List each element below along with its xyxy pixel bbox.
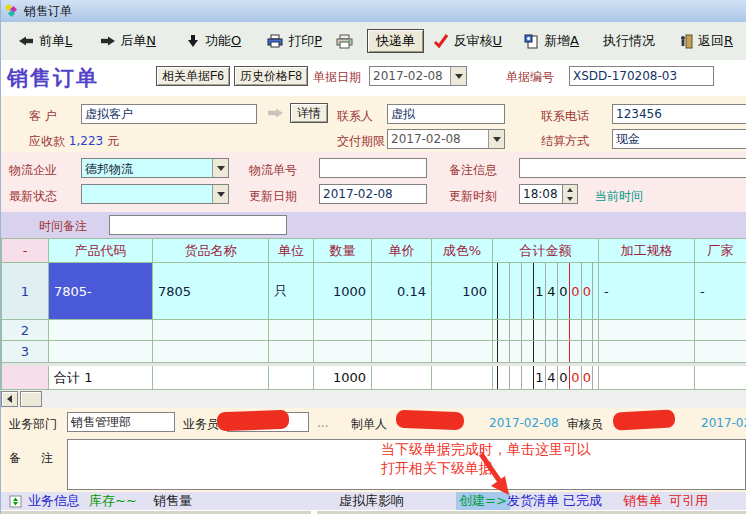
- cell-qty[interactable]: 1000: [314, 263, 372, 320]
- cell-empty[interactable]: [432, 341, 493, 363]
- cell-empty[interactable]: [269, 341, 314, 363]
- cell-empty[interactable]: [372, 341, 432, 363]
- refresh-icon[interactable]: [9, 495, 22, 508]
- prev-doc-button[interactable]: 前单L: [15, 29, 76, 53]
- cell-empty[interactable]: [49, 320, 153, 341]
- settle-input[interactable]: [612, 129, 746, 149]
- footer-total-label: 合计 1: [49, 366, 153, 390]
- salesman-more-button[interactable]: ...: [317, 416, 328, 430]
- cell-spec[interactable]: -: [599, 263, 695, 320]
- cell-empty[interactable]: [153, 341, 269, 363]
- window-title: 销售订单: [24, 3, 72, 20]
- redaction-scribble: [613, 409, 676, 430]
- header-amount[interactable]: 合计金额: [493, 238, 599, 263]
- history-price-button[interactable]: 历史价格F8: [234, 66, 308, 86]
- header-product-code[interactable]: 产品代码: [49, 238, 153, 263]
- header-goods-name[interactable]: 货品名称: [153, 238, 269, 263]
- customer-detail-button[interactable]: 详情: [290, 103, 328, 123]
- cutoff-panel-right: [317, 510, 746, 514]
- express-sheet-button[interactable]: 快递单: [367, 29, 424, 53]
- print-button[interactable]: 打印P: [263, 29, 326, 53]
- cell-factory[interactable]: -: [695, 263, 746, 320]
- cell-goods-name[interactable]: 7805: [153, 263, 269, 320]
- row-number[interactable]: 1: [1, 263, 49, 320]
- return-button[interactable]: 返回R: [675, 29, 737, 53]
- contact-input[interactable]: [387, 104, 505, 124]
- update-time-spinner[interactable]: 18:08: [519, 184, 578, 204]
- cell-empty[interactable]: [695, 320, 746, 341]
- cell-amount[interactable]: 1 4 0 0 0: [493, 263, 599, 320]
- cell-unit[interactable]: 只: [269, 263, 314, 320]
- cell-product-code-selected[interactable]: 7805-: [49, 263, 153, 320]
- logistics-company-combo[interactable]: 德邦物流: [81, 158, 229, 178]
- cell-amount-empty[interactable]: [493, 320, 599, 341]
- scroll-left-icon[interactable]: [1, 391, 18, 407]
- audit-date: 2017-02-: [701, 416, 746, 430]
- row-number[interactable]: 2: [1, 320, 49, 341]
- main-toolbar: 前单L 后单N 功能O 打印P 快递单: [1, 22, 746, 60]
- cell-empty[interactable]: [695, 341, 746, 363]
- next-doc-button[interactable]: 后单N: [96, 29, 160, 53]
- remark-info-input[interactable]: [519, 158, 746, 178]
- contact-label: 联系人: [337, 108, 373, 125]
- cell-empty[interactable]: [269, 320, 314, 341]
- items-table: - 产品代码 货品名称 单位 数量 单价 成色% 合计金额 加工规格 厂家 1 …: [1, 238, 746, 390]
- unaudit-button[interactable]: 反审核U: [429, 29, 507, 53]
- footer-empty: [599, 366, 695, 390]
- header-spec[interactable]: 加工规格: [599, 238, 695, 263]
- cell-empty[interactable]: [153, 320, 269, 341]
- cell-empty[interactable]: [49, 341, 153, 363]
- phone-input[interactable]: [612, 104, 746, 124]
- amount-ruled-grid: 1 4 0 0 0: [493, 263, 598, 319]
- cell-empty[interactable]: [372, 320, 432, 341]
- latest-status-combo[interactable]: [81, 184, 229, 204]
- horizontal-scrollbar[interactable]: [1, 390, 746, 408]
- functions-menu-button[interactable]: 功能O: [182, 29, 245, 53]
- cell-empty[interactable]: [314, 320, 372, 341]
- row-number[interactable]: 3: [1, 341, 49, 363]
- header-qty[interactable]: 数量: [314, 238, 372, 263]
- related-docs-button[interactable]: 相关单据F6: [156, 66, 230, 86]
- sales-order-link[interactable]: 销售单: [623, 492, 662, 510]
- header-unit[interactable]: 单位: [269, 238, 314, 263]
- cell-purity[interactable]: 100: [432, 263, 493, 320]
- receivable-label: 应收款 1,223 元: [29, 133, 119, 150]
- quick-print-button[interactable]: [332, 31, 357, 52]
- cell-empty[interactable]: [599, 320, 695, 341]
- dropdown-arrow-icon[interactable]: [212, 185, 228, 203]
- business-info-link[interactable]: 业务信息: [28, 492, 80, 510]
- header-price[interactable]: 单价: [372, 238, 432, 263]
- spin-up-icon[interactable]: [563, 185, 577, 194]
- dropdown-arrow-icon[interactable]: [450, 67, 466, 85]
- redaction-scribble: [396, 410, 465, 430]
- execution-status-button[interactable]: 执行情况: [599, 29, 659, 53]
- add-new-button[interactable]: 新增A: [520, 29, 583, 53]
- footer-empty: [269, 366, 314, 390]
- window-titlebar: 销售订单: [1, 0, 746, 22]
- delivery-date-combo[interactable]: 2017-02-08: [387, 129, 505, 149]
- dropdown-arrow-icon[interactable]: [212, 159, 228, 177]
- doc-no-input[interactable]: [569, 66, 714, 86]
- current-time-link[interactable]: 当前时间: [595, 188, 643, 205]
- dept-input[interactable]: [67, 412, 175, 432]
- scrollbar-thumb[interactable]: [20, 391, 42, 407]
- cell-empty[interactable]: [432, 320, 493, 341]
- spin-down-icon[interactable]: [563, 194, 577, 203]
- dropdown-arrow-icon[interactable]: [488, 130, 504, 148]
- footer-empty: [695, 366, 746, 390]
- update-date-input[interactable]: [319, 184, 427, 204]
- table-header-row: - 产品代码 货品名称 单位 数量 单价 成色% 合计金额 加工规格 厂家: [1, 238, 746, 263]
- customer-input[interactable]: [81, 104, 257, 124]
- cell-price[interactable]: 0.14: [372, 263, 432, 320]
- doc-date-combo[interactable]: 2017-02-08: [369, 66, 467, 86]
- cell-empty[interactable]: [314, 341, 372, 363]
- tracking-no-input[interactable]: [319, 158, 427, 178]
- cell-empty[interactable]: [599, 341, 695, 363]
- time-note-input[interactable]: [109, 215, 287, 235]
- header-factory[interactable]: 厂家: [695, 238, 746, 263]
- header-purity[interactable]: 成色%: [432, 238, 493, 263]
- header-corner[interactable]: -: [1, 238, 49, 263]
- stock-link[interactable]: 库存~~: [89, 492, 137, 510]
- amount-ruled-grid: 1 4 0 0 0: [493, 366, 598, 389]
- cell-amount-empty[interactable]: [493, 341, 599, 363]
